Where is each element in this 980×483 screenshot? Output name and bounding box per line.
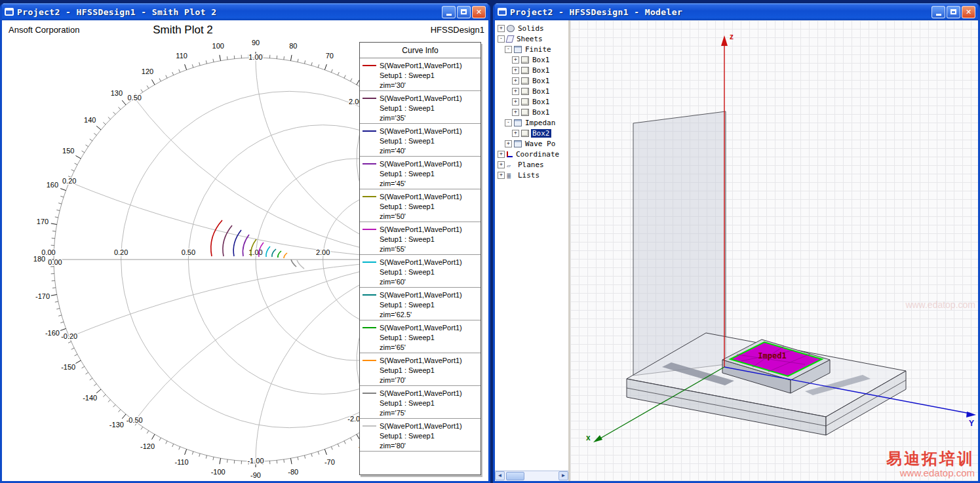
curve-info-entry[interactable]: S(WavePort1,WavePort1)Setup1 : Sweep1zim… [360,124,480,157]
tree-item-coordinate[interactable]: +Coordinate [495,149,568,159]
tree-item-label: Wave Po [524,140,557,148]
expand-icon[interactable]: + [498,25,505,32]
close-button[interactable] [962,6,975,18]
window-icon [5,8,14,16]
degree-label: -120 [140,442,155,450]
modeler-content: +Solids-Sheets-Finite+Box1+Box1+Box1+Box… [495,20,978,481]
degree-label: 100 [212,42,224,50]
modeler-tree: +Solids-Sheets-Finite+Box1+Box1+Box1+Box… [495,20,568,481]
expand-icon[interactable]: + [512,77,519,85]
degree-label: -130 [109,421,124,429]
expand-icon[interactable]: + [512,109,519,116]
watermark-cn: 易迪拓培训 [886,450,975,467]
tree-item-impedan[interactable]: -Impedan [495,117,568,128]
sheets-icon [505,35,514,43]
curve-info-entry[interactable]: S(WavePort1,WavePort1)Setup1 : Sweep1zim… [360,288,480,320]
curve-info-entry[interactable]: S(WavePort1,WavePort1)Setup1 : Sweep1zim… [360,320,480,353]
minimize-button[interactable] [931,6,945,18]
reactance-label: -1.00 [247,457,264,465]
tree-scrollbar[interactable]: ◄ ► [495,471,568,481]
curve-name: S(WavePort1,WavePort1) [380,258,479,267]
smith-curve-35[interactable] [223,225,232,256]
curve-name: S(WavePort1,WavePort1) [380,323,479,333]
curve-info-entry[interactable]: S(WavePort1,WavePort1)Setup1 : Sweep1zim… [360,222,480,255]
smith-curve-40[interactable] [233,230,241,256]
tree-item-lists[interactable]: +Lists [495,170,568,180]
curve-info-entry[interactable]: S(WavePort1,WavePort1)Setup1 : Sweep1zim… [360,386,480,419]
expand-icon[interactable]: + [512,130,519,137]
curve-name: S(WavePort1,WavePort1) [380,356,479,366]
reactance-label: 1.00 [248,53,262,61]
curve-info-entry[interactable]: S(WavePort1,WavePort1)Setup1 : Sweep1zim… [360,58,480,91]
curve-name: S(WavePort1,WavePort1) [380,126,479,136]
scroll-right-button[interactable]: ► [559,471,568,480]
smith-curve-30[interactable] [211,220,222,256]
curve-info-entry[interactable]: S(WavePort1,WavePort1)Setup1 : Sweep1zim… [360,157,480,189]
expand-icon[interactable]: + [505,140,512,147]
scrollbar-thumb[interactable] [506,472,524,480]
faint-watermark: www.edatop.com [905,299,975,310]
degree-label: 130 [111,89,123,97]
tree-item-box2[interactable]: +Box2 [495,128,568,138]
tree-item-box1[interactable]: +Box1 [495,54,568,65]
curve-color-swatch [363,98,376,99]
smith-curve-80[interactable] [297,260,304,269]
modeler-viewport[interactable]: Imped1 z Y x www.edatop.com 易迪拓培训 www.ed… [570,20,978,481]
smith-plot-area: 0102030405060708090100110120130140150160… [2,20,488,481]
curve-info-entry[interactable]: S(WavePort1,WavePort1)Setup1 : Sweep1zim… [360,255,480,288]
expand-icon[interactable]: + [498,161,505,168]
smith-curve-62.5[interactable] [272,249,276,257]
curve-info-entry[interactable]: S(WavePort1,WavePort1)Setup1 : Sweep1zim… [360,189,480,222]
tree-item-box1[interactable]: +Box1 [495,107,568,117]
expand-icon[interactable]: + [498,172,505,179]
minimize-button[interactable] [442,6,456,18]
curve-info-entry[interactable]: S(WavePort1,WavePort1)Setup1 : Sweep1zim… [360,353,480,386]
curve-color-swatch [363,196,376,197]
curve-name: S(WavePort1,WavePort1) [380,225,479,235]
degree-label: -140 [83,394,97,402]
smith-curve-70[interactable] [284,253,287,258]
tree-item-label: Box1 [531,108,551,117]
expand-icon[interactable]: + [512,88,519,95]
modeler-scene[interactable]: Imped1 z Y x www.edatop.com [570,20,978,481]
expand-icon[interactable]: + [498,151,505,158]
axes-icon [507,151,513,157]
expand-icon[interactable]: + [512,67,519,74]
scroll-left-button[interactable]: ◄ [495,471,505,480]
tree-item-sheets[interactable]: -Sheets [495,33,568,44]
tree-item-finite[interactable]: -Finite [495,44,568,54]
tree-item-box1[interactable]: +Box1 [495,96,568,107]
expand-icon[interactable]: + [512,56,519,64]
smith-window-titlebar[interactable]: Project2 - HFSSDesign1 - Smith Plot 2 [2,3,488,20]
smith-curve-75[interactable] [291,260,296,267]
tree-item-box1[interactable]: +Box1 [495,75,568,86]
collapse-icon[interactable]: - [505,119,512,126]
z-axis-label: z [730,32,734,41]
curve-setup: Setup1 : Sweep1 [380,333,479,343]
curve-color-swatch [363,393,376,394]
close-button[interactable] [472,6,486,18]
collapse-icon[interactable]: - [498,35,505,43]
tree-item-box1[interactable]: +Box1 [495,65,568,75]
degree-label: 150 [62,147,74,155]
smith-curve-65[interactable] [278,251,281,258]
curve-info-entry[interactable]: S(WavePort1,WavePort1)Setup1 : Sweep1zim… [360,91,480,124]
y-axis-arrow [966,412,976,417]
collapse-icon[interactable]: - [505,46,512,53]
maximize-button[interactable] [457,6,471,18]
maximize-button[interactable] [947,6,960,18]
curve-info-entry[interactable]: S(WavePort1,WavePort1)Setup1 : Sweep1zim… [360,419,480,452]
tree-item-box1[interactable]: +Box1 [495,86,568,96]
expand-icon[interactable]: + [512,98,519,106]
tree-item-wave-po[interactable]: +Wave Po [495,138,568,149]
modeler-window-titlebar[interactable]: Project2 - HFSSDesign1 - Modeler [495,3,978,20]
tree-item-planes[interactable]: +Planes [495,159,568,170]
curve-zim: zim='70' [380,376,479,385]
curve-setup: Setup1 : Sweep1 [380,300,479,310]
resistance-label: 2.00 [316,248,330,256]
resistance-label: 0.50 [182,248,195,256]
scrollbar-track[interactable] [505,471,559,481]
degree-label: 160 [47,181,58,189]
smith-curve-60[interactable] [266,246,270,257]
tree-item-solids[interactable]: +Solids [495,23,568,33]
